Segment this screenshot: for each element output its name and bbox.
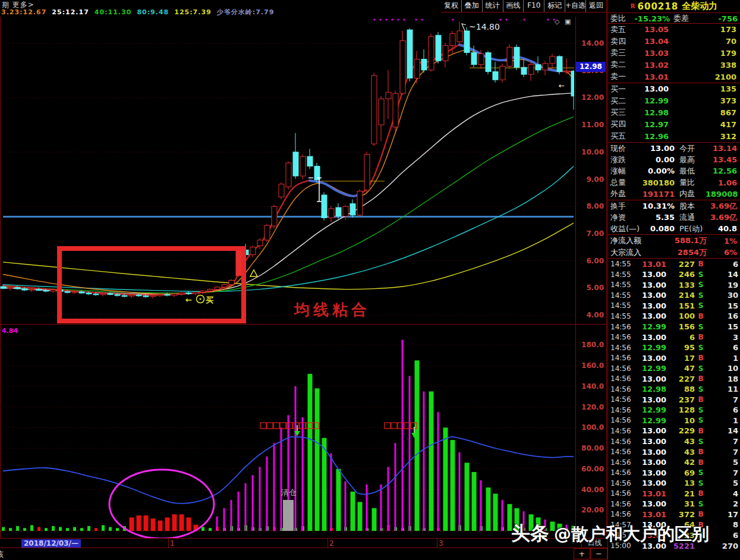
sub-tick-100.0: 100.0 xyxy=(577,423,604,432)
ask-levels: 卖五13.05173卖四13.0470卖三13.03179卖二13.02338卖… xyxy=(608,24,740,83)
price-tick-11: 11.00 xyxy=(577,121,604,129)
weibi-row: 委比 -15.23% 委差 -756 xyxy=(608,12,740,23)
toolbar-underline xyxy=(441,12,606,12)
zoom-out-button[interactable]: − xyxy=(590,548,607,559)
svg-text:买: 买 xyxy=(206,295,213,304)
trade-row: 14:5612.99128S6 xyxy=(608,405,740,416)
price-tick-5: 5.00 xyxy=(577,284,604,292)
clipped-corner-text: 该 xyxy=(0,549,4,560)
money-flow-row: 净流入额588.1万1% xyxy=(608,235,740,247)
sub-indicator-chart[interactable]: 清仓4.84 xyxy=(0,324,574,538)
trade-row: 14:5612.9995S6 xyxy=(608,342,740,353)
trade-row: 14:5613.0013S5 xyxy=(608,478,740,489)
bottom-strip: 该 + − xyxy=(0,548,607,560)
order-book-row: 卖四13.0470 xyxy=(608,36,740,48)
toolbar-button-叠加[interactable]: 叠加 xyxy=(461,0,482,12)
sub-tick-140.0: 140.0 xyxy=(577,382,604,391)
quote-panel: R 600218 全柴动力 委比 -15.23% 委差 -756 卖五13.05… xyxy=(607,0,740,560)
x-gridline xyxy=(168,539,169,548)
trade-row: 14:5613.00237B7 xyxy=(608,395,740,405)
trade-row: 14:5513.00151S15 xyxy=(608,301,740,312)
trade-row: 14:5513.00133S19 xyxy=(608,280,740,291)
order-book-row: 卖二13.02338 xyxy=(608,59,740,71)
price-tick-6: 6.00 xyxy=(577,257,604,265)
x-tick-2: 2 xyxy=(329,539,334,548)
tick-trade-list[interactable]: 14:5513.01227B614:5513.00246S1414:5513.0… xyxy=(608,259,740,550)
ma-label-row: 3.23:12.6725:12.1740:11.3080:9.48125:7.3… xyxy=(1,8,279,17)
info-row: 净资5.35流通3.69亿 xyxy=(608,212,740,223)
svg-text:清仓: 清仓 xyxy=(281,488,297,497)
info-row: 总量380180量比1.06 xyxy=(608,177,740,188)
main-candlestick-chart[interactable]: 均线粘合←买~14.80←◇▣ xyxy=(0,17,574,324)
trade-row: 14:5513.00100B16 xyxy=(608,311,740,322)
price-tick-10: 10.00 xyxy=(577,148,604,156)
svg-text:4.84: 4.84 xyxy=(2,327,18,335)
ma-label-3: 80:9.48 xyxy=(137,8,169,16)
svg-text:~14.80: ~14.80 xyxy=(469,22,500,32)
svg-text:←: ← xyxy=(185,295,192,304)
watermark-handle: @散户和大户的区别 xyxy=(554,524,709,544)
trade-row: 14:5612.9947S10 xyxy=(608,363,740,374)
sub-tick-80.00: 80.00 xyxy=(577,444,604,452)
price-tick-8: 8.00 xyxy=(577,202,604,210)
toolbar-button-返回[interactable]: 返回 xyxy=(585,0,606,12)
price-tick-7: 7.00 xyxy=(577,229,604,238)
weibi-label: 委比 xyxy=(610,13,632,24)
toolbar-button-+自选[interactable]: +自选 xyxy=(565,0,585,12)
toolbar-button-F10[interactable]: F10 xyxy=(523,0,544,12)
money-flow-row: 大宗流入2854万6% xyxy=(608,247,740,259)
svg-text:←: ← xyxy=(559,81,565,90)
price-tick-12: 12.00 xyxy=(577,93,604,102)
trade-row: 14:5613.006B3 xyxy=(608,332,740,342)
watermark: 头条@散户和大户的区别 xyxy=(511,521,709,547)
info-row: 外盘191171内盘189008 xyxy=(608,188,740,200)
toolbar-button-复权[interactable]: 复权 xyxy=(441,0,461,12)
trade-row: 14:5613.0121B4 xyxy=(608,489,740,499)
info-row: 现价13.00今开13.14 xyxy=(608,143,740,154)
trade-row: 14:5513.01227B6 xyxy=(608,259,740,269)
ma-label-2: 40:11.30 xyxy=(95,8,132,16)
order-book-row: 卖五13.05173 xyxy=(608,24,740,36)
sub-tick-40.00: 40.00 xyxy=(577,486,604,494)
info-row: 涨跌0.00最高13.45 xyxy=(608,154,740,165)
trade-row: 14:5613.0042B5 xyxy=(608,457,740,468)
trade-row: 14:5612.99156S15 xyxy=(608,322,740,332)
svg-text:◇: ◇ xyxy=(555,18,560,26)
trade-row: 14:5613.01372B17 xyxy=(608,509,740,520)
order-book-row: 买四12.97417 xyxy=(608,118,740,130)
price-tick-9: 9.00 xyxy=(577,175,604,184)
trade-row: 14:5612.9888S11 xyxy=(608,384,740,395)
current-price-badge: 12.98 xyxy=(576,62,606,72)
toolbar-button-画线[interactable]: 画线 xyxy=(503,0,524,12)
trading-terminal: 期 更多> 3.23:12.6725:12.1740:11.3080:9.481… xyxy=(0,0,740,560)
stock-title: R 600218 全柴动力 xyxy=(608,0,740,12)
info-row: 收益(—)0.080PE(动)40.8 xyxy=(608,223,740,234)
toolbar: 复权叠加统计画线F10标记+自选返回 xyxy=(441,0,606,12)
order-book-row: 买二12.99373 xyxy=(608,95,740,107)
order-book-row: 买一13.00135 xyxy=(608,83,740,95)
order-book-row: 买五12.96312 xyxy=(608,130,740,142)
trade-row: 14:5613.00227B18 xyxy=(608,373,740,384)
date-label[interactable]: 2018/12/03/— xyxy=(21,539,81,548)
trade-row: 14:5612.9910S1 xyxy=(608,416,740,426)
x-gridline xyxy=(328,539,328,548)
zoom-in-button[interactable]: + xyxy=(574,548,590,559)
trade-row: 14:5613.0043B7 xyxy=(608,446,740,457)
trade-row: 14:5613.0043S7 xyxy=(608,436,740,447)
stock-code: 600218 xyxy=(638,1,679,12)
stock-name: 全柴动力 xyxy=(682,1,717,12)
ma-label-4: 125:7.39 xyxy=(174,8,212,16)
ma-label-5: 少爷分水岭:7.79 xyxy=(217,8,275,16)
weicha-label: 委差 xyxy=(670,13,694,24)
bid-levels: 买一13.00135买二12.99373买三12.98867买四12.97417… xyxy=(608,83,740,142)
trade-row: 14:5513.00214S30 xyxy=(608,290,740,301)
quote-info: 现价13.00今开13.14涨跌0.00最高13.45涨幅0.00%最低12.5… xyxy=(608,143,740,235)
toolbar-button-统计[interactable]: 统计 xyxy=(482,0,503,12)
order-book-row: 卖一13.012100 xyxy=(608,71,740,83)
info-row: 涨幅0.00%最低12.56 xyxy=(608,165,740,177)
sub-tick-120.0: 120.0 xyxy=(577,403,604,411)
toolbar-button-标记[interactable]: 标记 xyxy=(544,0,565,12)
sub-tick-160.0: 160.0 xyxy=(577,361,604,370)
money-flow: 净流入额588.1万1%大宗流入2854万6% xyxy=(608,235,740,258)
svg-text:▣: ▣ xyxy=(565,18,571,26)
